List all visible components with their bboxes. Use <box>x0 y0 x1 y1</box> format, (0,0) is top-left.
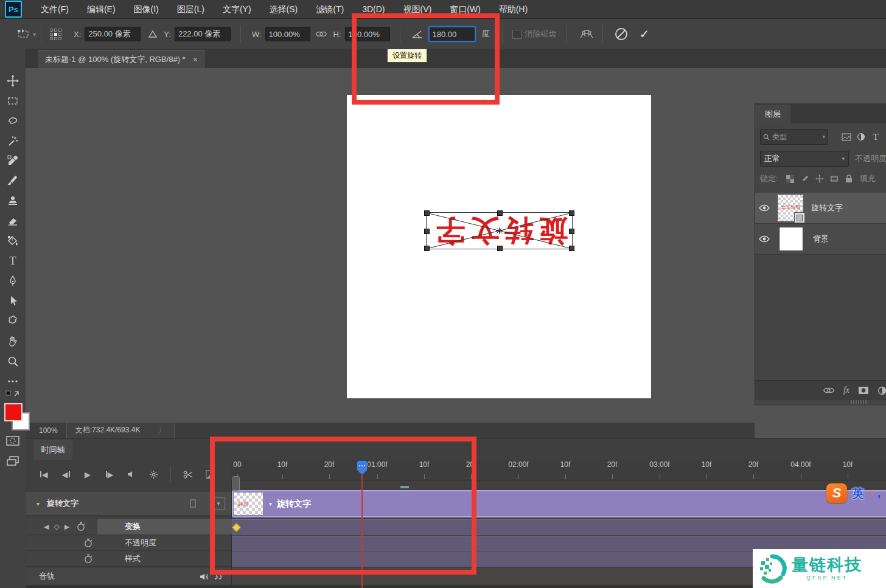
next-frame-button[interactable]: ▶ <box>99 470 120 479</box>
lock-artboard-icon[interactable] <box>827 172 842 185</box>
music-notes-icon[interactable]: ♪♪ <box>214 572 223 581</box>
previous-keyframe-icon[interactable]: ◀ <box>44 523 49 531</box>
work-area-marker[interactable] <box>400 486 409 488</box>
layer-filter-search[interactable]: 类型 ▾ <box>760 129 828 145</box>
first-frame-button[interactable]: ◀ <box>33 470 55 479</box>
opacity-property-row[interactable]: 不透明度 <box>26 536 231 551</box>
edit-toolbar-ellipsis-icon[interactable] <box>5 373 21 389</box>
transform-handle-tr[interactable] <box>569 210 574 216</box>
screen-mode-icon[interactable] <box>5 453 21 469</box>
split-scissors-icon[interactable] <box>177 470 199 479</box>
close-document-icon[interactable]: × <box>193 55 198 64</box>
status-chevron-icon[interactable]: 〉 <box>158 425 166 435</box>
visibility-eye-icon[interactable] <box>755 235 773 243</box>
quick-mask-icon[interactable] <box>5 433 21 449</box>
hand-tool[interactable] <box>5 333 21 349</box>
warp-mode-icon[interactable] <box>579 28 594 40</box>
transform-track-strip[interactable] <box>232 519 886 535</box>
next-keyframe-icon[interactable]: ▶ <box>65 523 69 531</box>
paint-bucket-tool[interactable] <box>5 233 21 249</box>
lock-pixels-icon[interactable] <box>798 172 812 185</box>
reference-point-locator[interactable] <box>50 29 61 40</box>
timeline-settings-gear-icon[interactable] <box>142 470 164 479</box>
mute-audio-icon[interactable] <box>120 470 142 479</box>
video-track-header[interactable]: ▾ 旋转文字 ▾ <box>26 492 231 516</box>
sogou-ime-icon[interactable]: S <box>826 483 847 503</box>
play-button[interactable]: ▶ <box>77 470 99 479</box>
keyframe-diamond-icon[interactable]: ◇ <box>54 522 59 531</box>
custom-shape-tool[interactable] <box>5 313 21 329</box>
style-property-row[interactable]: 样式 <box>26 552 231 567</box>
track-expand-chevron-icon[interactable]: ▾ <box>37 500 40 507</box>
ime-language-mode[interactable]: 英 <box>852 485 864 502</box>
layer-row-rotated-text[interactable]: 旋转文字 旋转文字 <box>755 193 886 224</box>
pen-tool[interactable] <box>5 273 21 289</box>
lock-all-icon[interactable] <box>842 172 856 185</box>
audio-track-row[interactable]: 音轨 ♪♪ <box>26 568 231 585</box>
visibility-eye-icon[interactable] <box>755 204 773 212</box>
lasso-tool[interactable] <box>5 113 21 129</box>
height-field[interactable] <box>345 27 390 41</box>
eraser-tool[interactable] <box>5 213 21 229</box>
video-clip-bar[interactable]: 旋转 ▾ 旋转文字 <box>232 490 886 517</box>
filter-type-layers-icon[interactable]: T <box>868 130 883 144</box>
menu-layer[interactable]: 图层(L) <box>168 0 214 18</box>
brush-tool[interactable] <box>5 173 21 189</box>
menu-filter[interactable]: 滤镜(T) <box>307 0 353 18</box>
relative-position-icon[interactable] <box>148 30 158 38</box>
layer-thumbnail[interactable]: 旋转文字 <box>778 195 803 221</box>
transform-bounding-box[interactable]: 旋转文字 <box>426 212 573 249</box>
type-tool[interactable]: T <box>5 253 21 269</box>
stopwatch-icon[interactable] <box>77 522 85 531</box>
menu-3d[interactable]: 3D(D) <box>353 0 394 18</box>
path-selection-tool[interactable] <box>5 293 21 309</box>
panel-resize-grip[interactable] <box>851 400 867 404</box>
filter-adjustment-layers-icon[interactable] <box>854 130 868 144</box>
rotation-field[interactable] <box>428 26 476 42</box>
transform-handle-mr[interactable] <box>569 229 574 234</box>
cancel-transform-icon[interactable] <box>614 27 629 41</box>
stopwatch-icon[interactable] <box>84 554 92 564</box>
magic-wand-tool[interactable] <box>5 133 21 149</box>
zoom-level[interactable]: 100% <box>26 426 66 435</box>
link-layers-icon[interactable] <box>823 387 835 394</box>
menu-view[interactable]: 视图(V) <box>394 0 441 18</box>
lock-position-icon[interactable] <box>812 172 827 185</box>
transform-handle-ml[interactable] <box>424 229 430 234</box>
speaker-icon[interactable] <box>200 573 209 581</box>
transform-handle-tl[interactable] <box>424 210 430 216</box>
layer-row-background[interactable]: 背景 <box>755 224 886 255</box>
add-mask-icon[interactable] <box>858 386 869 395</box>
layer-thumbnail[interactable] <box>779 227 803 251</box>
transition-icon[interactable] <box>199 470 221 479</box>
adjustment-layer-icon[interactable] <box>877 386 886 395</box>
document-tab[interactable]: 未标题-1 @ 100% (旋转文字, RGB/8#) * × <box>38 50 205 69</box>
lock-transparency-icon[interactable] <box>783 172 798 185</box>
timeline-tab[interactable]: 时间轴 <box>33 440 72 460</box>
timeline-scroll-handle[interactable] <box>232 476 240 491</box>
stopwatch-icon[interactable] <box>84 538 92 548</box>
blend-mode-select[interactable]: 正常 ▾ <box>760 151 849 167</box>
previous-frame-button[interactable]: ◀ <box>55 470 77 479</box>
ime-indicator[interactable]: S 英 · , <box>826 483 881 503</box>
transform-property-row[interactable]: ◀ ◇ ▶ 变换 <box>26 519 231 535</box>
layers-tab[interactable]: 图层 <box>755 105 790 123</box>
clone-stamp-tool[interactable] <box>5 193 21 209</box>
y-position-field[interactable] <box>175 27 231 41</box>
commit-transform-icon[interactable]: ✓ <box>640 27 650 41</box>
rectangular-marquee-tool[interactable] <box>5 93 21 109</box>
document-info[interactable]: 文档:732.4K/693.4K 〉 <box>66 423 175 438</box>
tool-preset-chevron-icon[interactable]: ▾ <box>33 31 36 38</box>
x-position-field[interactable] <box>85 27 141 41</box>
layer-style-fx-icon[interactable]: fx <box>843 386 849 395</box>
track-menu-chevron-icon[interactable]: ▾ <box>212 497 225 510</box>
menu-type[interactable]: 文字(Y) <box>214 0 260 18</box>
zoom-tool[interactable] <box>5 353 21 369</box>
menu-help[interactable]: 帮助(H) <box>490 0 537 18</box>
filter-pixel-layers-icon[interactable] <box>839 130 854 144</box>
menu-file[interactable]: 文件(F) <box>32 0 78 18</box>
eyedropper-tool[interactable] <box>5 153 21 168</box>
transform-handle-bm[interactable] <box>497 246 503 251</box>
transform-handle-bl[interactable] <box>424 246 430 251</box>
menu-image[interactable]: 图像(I) <box>125 0 168 18</box>
